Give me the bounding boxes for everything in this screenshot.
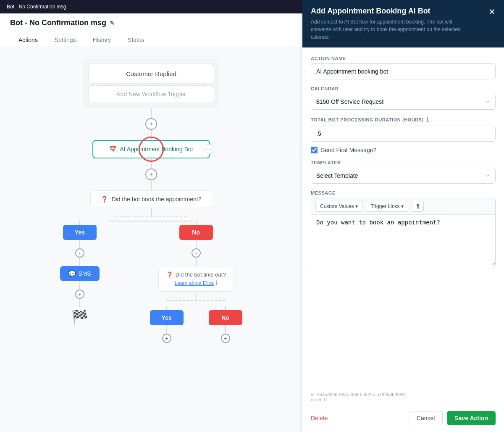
timeout-label-row: ❓ Did the bot time out? bbox=[165, 271, 227, 278]
cancel-button[interactable]: Cancel bbox=[409, 411, 443, 425]
more-options-btn[interactable]: ⋯ bbox=[204, 144, 214, 154]
send-first-message-row: Send First Message? bbox=[311, 147, 496, 153]
sub-branch-connector bbox=[150, 293, 242, 306]
no-branch: No + ❓ Did the bot time out? Learn about… bbox=[150, 221, 242, 343]
action-node-label: AI Appointment Booking Bot bbox=[120, 146, 193, 153]
add-step-1[interactable]: + bbox=[145, 118, 157, 130]
action-name-label: ACTION NAME bbox=[311, 56, 496, 61]
timeout-node: ❓ Did the bot time out? Learn about Eliz… bbox=[158, 266, 234, 292]
panel-title: Add Appointment Booking Ai Bot bbox=[311, 7, 470, 16]
custom-values-btn[interactable]: Custom Values ▾ bbox=[315, 201, 362, 212]
finish-flag: 🏁 bbox=[71, 309, 88, 325]
send-first-message-checkbox[interactable] bbox=[311, 147, 318, 153]
add-trigger-node[interactable]: Add New Workflow Trigger bbox=[88, 85, 214, 103]
message-editor: Custom Values ▾ Trigger Links ▾ ¶ bbox=[311, 198, 496, 267]
yes-connector-bot bbox=[79, 258, 80, 266]
timeout-label: Did the bot time out? bbox=[176, 271, 226, 278]
branch-container: Yes + 💬 SMS + 🏁 No + bbox=[60, 221, 242, 343]
connector-3 bbox=[151, 158, 152, 169]
connector-2 bbox=[151, 130, 152, 140]
calendar-label: CALENDAR bbox=[311, 86, 496, 91]
duration-info-icon: ℹ bbox=[426, 116, 429, 123]
sms-node[interactable]: 💬 SMS bbox=[60, 266, 99, 281]
trigger-group: Customer Replied Add New Workflow Trigge… bbox=[83, 59, 219, 108]
footer-buttons: Cancel Save Action bbox=[409, 411, 496, 425]
yes-button[interactable]: Yes bbox=[63, 225, 97, 240]
connector-1 bbox=[151, 108, 152, 118]
workflow-canvas: Customer Replied Add New Workflow Trigge… bbox=[0, 46, 302, 432]
panel-close-button[interactable]: ✕ bbox=[488, 7, 496, 17]
add-no2-step[interactable]: + bbox=[221, 334, 230, 343]
topbar-title: Bot - No Confirmation msg bbox=[7, 4, 66, 10]
sms-icon: 💬 bbox=[68, 270, 76, 277]
panel-description: Add contact to AI Bot flow for appointme… bbox=[311, 18, 470, 41]
decision-node: ❓ Did the bot book the appointment? bbox=[90, 190, 212, 208]
message-label: MESSAGE bbox=[311, 190, 496, 195]
decision-label: Did the bot book the appointment? bbox=[111, 196, 201, 203]
delete-button[interactable]: Delete bbox=[311, 415, 328, 421]
panel-footer: Delete Cancel Save Action bbox=[302, 404, 504, 432]
duration-input[interactable] bbox=[311, 126, 496, 142]
templates-label: TEMPLATES bbox=[311, 160, 496, 165]
no-button[interactable]: No bbox=[179, 225, 213, 240]
add-yes-step[interactable]: + bbox=[75, 248, 84, 258]
sms-connector bbox=[79, 281, 80, 290]
add-step-2[interactable]: + bbox=[145, 169, 157, 180]
learn-link[interactable]: Learn about Eliza bbox=[175, 280, 214, 286]
meta-order: order: 0 bbox=[311, 397, 496, 402]
action-node-wrapper: 📅 AI Appointment Booking Bot ⋯ bbox=[92, 140, 210, 158]
duration-label-text: TOTAL BOT PROCESSING DURATION (HOURS) bbox=[311, 117, 424, 122]
no2-top bbox=[225, 306, 226, 310]
trigger-links-chevron: ▾ bbox=[401, 203, 404, 209]
yes2-branch: Yes + bbox=[150, 306, 184, 343]
panel-header-content: Add Appointment Booking Ai Bot Add conta… bbox=[311, 7, 470, 41]
info-icon: ℹ bbox=[215, 279, 218, 286]
message-textarea[interactable] bbox=[311, 215, 495, 265]
question-icon: ❓ bbox=[101, 196, 108, 203]
workflow-nodes: Customer Replied Add New Workflow Trigge… bbox=[0, 46, 302, 356]
meta-info: id: 9b4a33e6-364c-409d-b522-ca192b8b3988… bbox=[302, 388, 504, 404]
panel-body: ACTION NAME CALENDAR $150 Off Service Re… bbox=[302, 47, 504, 388]
yes2-top bbox=[166, 306, 167, 310]
workflow-title: Bot - No Confirmation msg bbox=[10, 18, 106, 27]
custom-values-label: Custom Values bbox=[320, 203, 354, 209]
trigger-links-btn[interactable]: Trigger Links ▾ bbox=[366, 201, 408, 212]
yes-connector-mid bbox=[79, 240, 80, 248]
trigger-links-label: Trigger Links bbox=[370, 203, 399, 209]
add-yes2-step[interactable]: + bbox=[162, 334, 171, 343]
no-connector-mid bbox=[196, 240, 197, 248]
yes2-button[interactable]: Yes bbox=[150, 310, 184, 325]
no2-branch: No + bbox=[209, 306, 242, 343]
yes2-bot bbox=[166, 325, 167, 334]
yes-branch: Yes + 💬 SMS + 🏁 bbox=[60, 221, 99, 327]
templates-select[interactable]: Select Template bbox=[311, 168, 496, 184]
no2-bot bbox=[225, 325, 226, 334]
save-action-button[interactable]: Save Action bbox=[447, 411, 496, 425]
timeout-icon: ❓ bbox=[166, 271, 173, 278]
flag-connector bbox=[79, 299, 80, 307]
yes-connector-top bbox=[79, 221, 80, 225]
panel-header: Add Appointment Booking Ai Bot Add conta… bbox=[302, 0, 504, 47]
sub-branch-container: Yes + No + bbox=[150, 306, 242, 343]
connector-4 bbox=[151, 180, 152, 190]
duration-label-row: TOTAL BOT PROCESSING DURATION (HOURS) ℹ bbox=[311, 116, 496, 123]
paragraph-btn[interactable]: ¶ bbox=[412, 201, 423, 212]
add-no-step[interactable]: + bbox=[192, 248, 201, 258]
ai-booking-bot-node[interactable]: 📅 AI Appointment Booking Bot ⋯ bbox=[92, 140, 210, 158]
action-name-input[interactable] bbox=[311, 63, 496, 79]
message-toolbar: Custom Values ▾ Trigger Links ▾ ¶ bbox=[311, 198, 495, 215]
send-first-message-label: Send First Message? bbox=[321, 147, 376, 153]
add-sms-step[interactable]: + bbox=[75, 290, 84, 299]
edit-title-icon[interactable]: ✎ bbox=[110, 20, 115, 26]
no-connector-top bbox=[196, 221, 197, 225]
no-connector-bot bbox=[196, 258, 197, 266]
branch-connector bbox=[88, 208, 214, 221]
right-panel: Add Appointment Booking Ai Bot Add conta… bbox=[302, 0, 504, 432]
sms-label: SMS bbox=[78, 270, 91, 277]
calendar-select[interactable]: $150 Off Service Request bbox=[311, 94, 496, 110]
calendar-icon: 📅 bbox=[109, 146, 116, 153]
no2-button[interactable]: No bbox=[209, 310, 242, 325]
customer-replied-node[interactable]: Customer Replied bbox=[88, 64, 214, 84]
meta-id: id: 9b4a33e6-364c-409d-b522-ca192b8b3988 bbox=[311, 392, 496, 397]
custom-values-chevron: ▾ bbox=[355, 203, 358, 209]
